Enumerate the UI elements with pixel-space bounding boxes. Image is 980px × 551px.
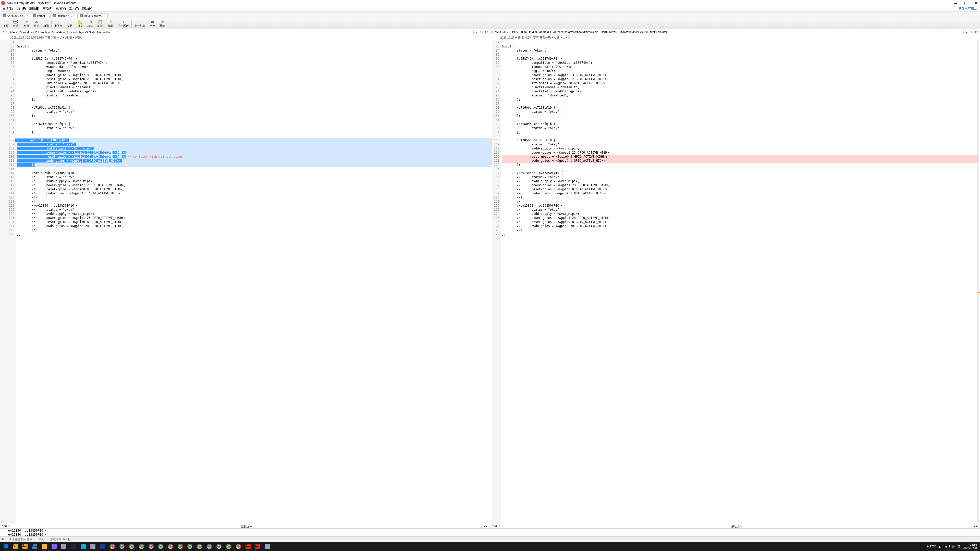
taskbar-app[interactable] [98, 543, 107, 550]
ime-indicator[interactable]: 英 [958, 545, 960, 548]
right-file-info: 2023/12/27 9:58:42 8,934 字节 其它一切 ▾ ANSI … [490, 35, 980, 40]
right-path-save-icon[interactable]: 💾 [974, 30, 979, 35]
taskbar-chrome[interactable] [156, 543, 165, 550]
toolbar-button[interactable]: 📋复制 [95, 19, 105, 28]
right-path-dropdown[interactable]: ▾ [964, 30, 969, 35]
taskbar-chrome[interactable] [108, 543, 117, 550]
tab[interactable]: rk3399-firefly...× [78, 13, 108, 18]
left-code-pane[interactable]: 8283848586878889909192939495969798991001… [7, 40, 492, 524]
taskbar-chrome[interactable] [127, 543, 136, 550]
taskbar-app[interactable] [263, 543, 272, 550]
toolbar-button[interactable]: →次要 [65, 19, 74, 28]
menu-item[interactable]: 会话(S) [1, 6, 14, 11]
tab[interactable]: rockchip <-...× [50, 13, 78, 18]
toolbar-button[interactable]: ⇄交换 [148, 19, 157, 28]
toolbar-button[interactable]: ≡全部 [22, 19, 32, 28]
toolbar-button[interactable]: ⊞格式 [85, 19, 95, 28]
taskbar-chrome[interactable] [176, 543, 185, 550]
maximize-button[interactable]: ▢ [963, 1, 969, 5]
toolbar-button[interactable]: 📐规则 [76, 19, 85, 28]
taskbar-chrome[interactable] [166, 543, 175, 550]
taskbar-app[interactable] [69, 543, 78, 550]
update-link[interactable]: 新版本可用… [959, 6, 979, 11]
toolbar-label: 会话 [13, 24, 18, 28]
minimize-button[interactable]: — [953, 1, 959, 5]
tab-label: rockchip <-... [57, 14, 73, 17]
toolbar-button[interactable]: ↓下一区段 [116, 19, 131, 28]
taskbar-chrome[interactable] [146, 543, 156, 550]
pathbar: ▾ 📁 💾 ▾ 📁 💾 [0, 29, 980, 35]
taskbar-app[interactable]: r... [253, 543, 262, 550]
left-path-save-icon[interactable]: 💾 [484, 30, 489, 35]
taskbar-chrome[interactable] [185, 543, 194, 550]
taskbar-app[interactable]: 0... [243, 543, 253, 550]
toolbar-button[interactable]: ↑上一部分 [132, 19, 148, 28]
insert-mode: 插入 [38, 537, 44, 541]
toolbar-button[interactable]: ≢差别 [32, 19, 41, 28]
taskbar-chrome[interactable] [118, 543, 127, 550]
right-cursor-pos: 106: 1 [490, 524, 503, 528]
right-code-pane[interactable]: 8283848586878889909192939495969798991001… [492, 40, 977, 524]
toolbar-label: 格式 [87, 24, 93, 28]
toolbar-button[interactable]: =相同 [41, 19, 51, 28]
taskbar-chrome[interactable] [234, 543, 243, 550]
right-path-input[interactable] [491, 30, 964, 34]
menu-item[interactable]: 帮助(H) [80, 6, 94, 11]
taskbar-app[interactable]: U... [30, 543, 39, 550]
infobar: 2023/12/27 10:39:20 8,938 字节 其它一切 ▾ ANSI… [0, 35, 980, 40]
code-area: 8283848586878889909192939495969798991001… [0, 40, 980, 524]
taskbar-app[interactable] [79, 543, 88, 550]
weather-widget[interactable]: ☀ 17°C [926, 545, 936, 548]
menu-item[interactable]: 视图(V) [54, 6, 67, 11]
taskbar-chrome[interactable] [195, 543, 204, 550]
toolbar-label: 差别 [33, 24, 39, 28]
toolbar-icon: ⇄ [150, 19, 155, 24]
menu-item[interactable]: 编辑(E) [27, 6, 41, 11]
tabs-bar: 64rk3399-an...×kernel×rockchip <-...×rk3… [0, 12, 980, 18]
taskbar-chrome[interactable] [205, 543, 214, 550]
left-path-dropdown[interactable]: ▾ [474, 30, 479, 35]
tab-close-icon[interactable]: × [27, 14, 28, 17]
toolbar-button[interactable]: ✎编辑 [106, 19, 116, 28]
toolbar-icon: ⟳ [160, 19, 164, 24]
menu-item[interactable]: 文件(F) [14, 6, 27, 11]
toolbar-label: 上一部分 [134, 24, 145, 28]
taskbar-app[interactable]: A... [11, 543, 20, 550]
start-button[interactable] [1, 543, 10, 550]
toolbar-label: 相同 [43, 24, 49, 28]
taskbar-app[interactable] [59, 543, 68, 550]
diff-list[interactable]: ⇨ ov13850: ov13850@10 { ⇦ ov13850: ov138… [0, 529, 980, 537]
system-tray[interactable]: ☀ 17°C ◐ ⌃ ◉ ⬆ 🔊 英 12:35 2023/12/28 [926, 543, 979, 550]
clock[interactable]: 12:35 2023/12/28 [963, 543, 977, 550]
tab-close-icon[interactable]: × [46, 14, 48, 17]
menu-item[interactable]: 搜索(R) [41, 6, 54, 11]
taskbar-chrome[interactable] [137, 543, 146, 550]
tab[interactable]: kernel× [31, 13, 50, 18]
app-icon [1, 1, 5, 5]
taskbar-chrome[interactable] [215, 543, 224, 550]
left-gutter [0, 40, 7, 524]
toolbar-button[interactable]: 💬会话 [11, 19, 21, 28]
toolbar-icon: ⌂ [3, 19, 8, 24]
toolbar-button[interactable]: ⟳重载 [157, 19, 167, 28]
tab-close-icon[interactable]: × [104, 14, 105, 17]
menu-item[interactable]: 工具(T) [67, 6, 80, 11]
tray-icons[interactable]: ◐ ⌃ ◉ ⬆ 🔊 [939, 545, 955, 548]
left-path-browse-icon[interactable]: 📁 [479, 30, 484, 35]
toolbar-button[interactable]: ↕上下文 [52, 19, 65, 28]
taskbar-app[interactable] [88, 543, 97, 550]
toolbar-icon: ≡ [24, 19, 29, 24]
windows-taskbar: A... 2... U... 0... r... ☀ 17°C ◐ ⌃ ◉ ⬆ … [0, 542, 980, 551]
toolbar-label: 交换 [150, 24, 155, 28]
taskbar-app[interactable] [49, 543, 59, 550]
right-path-browse-icon[interactable]: 📁 [969, 30, 974, 35]
toolbar-button[interactable]: ⌂主页 [1, 19, 11, 28]
taskbar-chrome[interactable] [224, 543, 233, 550]
taskbar-app[interactable] [40, 543, 49, 550]
left-path-input[interactable] [1, 30, 474, 34]
overview-ruler[interactable] [977, 40, 980, 524]
close-button[interactable]: ✕ [973, 1, 979, 5]
tab[interactable]: 64rk3399-an...× [1, 13, 30, 18]
taskbar-app[interactable]: 2... [21, 543, 30, 550]
tab-close-icon[interactable]: × [74, 14, 75, 17]
